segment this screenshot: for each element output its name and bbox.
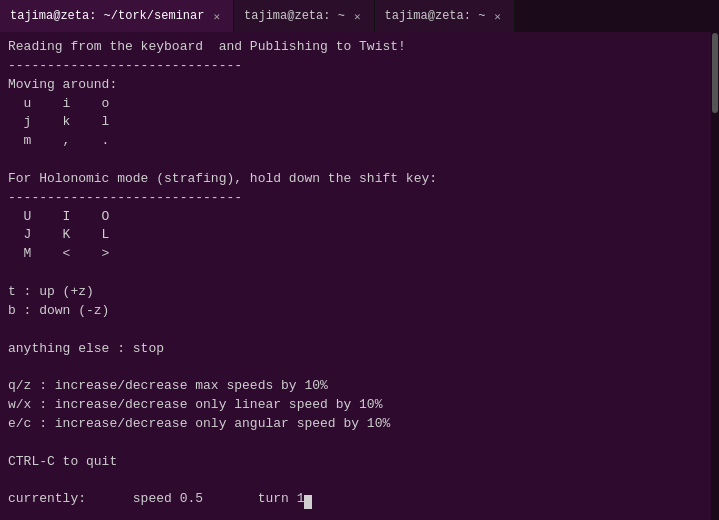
tab-close-2[interactable]: ✕ — [351, 9, 364, 24]
tab-2[interactable]: tajima@zeta: ~✕ — [234, 0, 374, 32]
terminal-line: Moving around: — [8, 76, 711, 95]
terminal-line: u i o — [8, 95, 711, 114]
terminal-line: w/x : increase/decrease only linear spee… — [8, 396, 711, 415]
terminal-text: Reading from the keyboard and Publishing… — [8, 38, 711, 509]
terminal-line: m , . — [8, 132, 711, 151]
terminal-line: ------------------------------ — [8, 57, 711, 76]
terminal-line — [8, 434, 711, 453]
terminal-line: U I O — [8, 208, 711, 227]
terminal-line: CTRL-C to quit — [8, 453, 711, 472]
cursor — [304, 495, 312, 509]
terminal-line — [8, 358, 711, 377]
terminal-line: J K L — [8, 226, 711, 245]
tab-close-3[interactable]: ✕ — [491, 9, 504, 24]
terminal-line: q/z : increase/decrease max speeds by 10… — [8, 377, 711, 396]
terminal-line: For Holonomic mode (strafing), hold down… — [8, 170, 711, 189]
tab-label-1: tajima@zeta: ~/tork/seminar — [10, 9, 204, 23]
terminal-line: t : up (+z) — [8, 283, 711, 302]
terminal-line: b : down (-z) — [8, 302, 711, 321]
terminal-line: e/c : increase/decrease only angular spe… — [8, 415, 711, 434]
terminal-line: M < > — [8, 245, 711, 264]
tab-close-1[interactable]: ✕ — [210, 9, 223, 24]
scrollbar[interactable] — [711, 32, 719, 520]
terminal-line: currently: speed 0.5 turn 1 — [8, 490, 711, 509]
terminal-body: Reading from the keyboard and Publishing… — [0, 32, 719, 520]
terminal-line — [8, 264, 711, 283]
tab-1[interactable]: tajima@zeta: ~/tork/seminar✕ — [0, 0, 234, 32]
terminal-line — [8, 471, 711, 490]
tab-label-3: tajima@zeta: ~ — [385, 9, 486, 23]
tab-label-2: tajima@zeta: ~ — [244, 9, 345, 23]
terminal-line: ------------------------------ — [8, 189, 711, 208]
terminal-line: anything else : stop — [8, 340, 711, 359]
terminal-line — [8, 321, 711, 340]
scrollbar-thumb[interactable] — [712, 33, 718, 113]
tab-bar: tajima@zeta: ~/tork/seminar✕tajima@zeta:… — [0, 0, 719, 32]
tab-3[interactable]: tajima@zeta: ~✕ — [375, 0, 515, 32]
terminal-line: j k l — [8, 113, 711, 132]
terminal-line — [8, 151, 711, 170]
terminal-line: Reading from the keyboard and Publishing… — [8, 38, 711, 57]
